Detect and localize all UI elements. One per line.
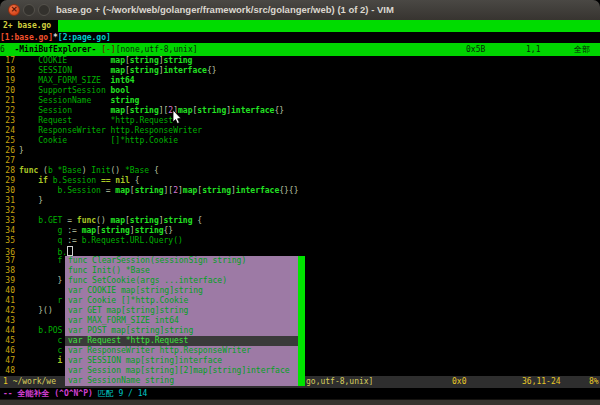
window-maximize-button[interactable] (38, 4, 50, 16)
line-number: 38 (0, 266, 15, 276)
window-close-button[interactable]: ✕ (8, 4, 20, 16)
popup-item[interactable]: var SESSION map[string]interface (65, 356, 298, 366)
line-number: 28 (0, 166, 15, 176)
popup-item[interactable]: func Init() *Base (65, 266, 298, 276)
line-number: 43 (0, 316, 15, 326)
line-number: 26 (0, 146, 15, 156)
mouse-cursor (172, 110, 184, 129)
popup-scrollbar[interactable] (298, 256, 305, 386)
minibuf-title: -MiniBufExplorer- (14, 45, 96, 54)
line-number: 17 (0, 56, 15, 66)
code-line[interactable]: 20 SupportSession bool (0, 86, 600, 96)
code-line[interactable]: 30 b.Session = map[string][2]map[string]… (0, 186, 600, 196)
code-line[interactable]: 22 Session map[string][2]map[string]inte… (0, 106, 600, 116)
window-title: base.go + (~/work/web/golanger/framework… (56, 0, 394, 20)
code-line[interactable]: 17 COOKIE map[string]string (0, 56, 600, 66)
code-line[interactable]: 19 MAX_FORM_SIZE int64 (0, 76, 600, 86)
line-number: 48 (0, 366, 15, 376)
tab-current[interactable]: 2+ base.go (0, 20, 54, 32)
minibuf-fileinfo: [none,utf-8,unix] (116, 45, 198, 54)
window-minimize-button[interactable] (23, 4, 35, 16)
popup-item[interactable]: var Cookie []*http.Cookie (65, 296, 298, 306)
minibuf-hex-value: 0x5B (466, 43, 485, 56)
line-number: 19 (0, 76, 15, 86)
popup-item[interactable]: func ClearSession(sessionSign string) (65, 256, 298, 266)
completion-mode-message: -- 全能补全 (^O^N^P) (3, 389, 93, 398)
popup-item-selected[interactable]: var Request *http.Request (65, 336, 298, 346)
window-border (0, 399, 600, 405)
line-number: 30 (0, 186, 15, 196)
popup-item[interactable]: var Session map[string][2]map[string]int… (65, 366, 298, 376)
code-line[interactable]: 26} (0, 146, 600, 156)
line-number: 24 (0, 126, 15, 136)
code-line[interactable]: 25 Cookie []*http.Cookie (0, 136, 600, 146)
line-number: 27 (0, 156, 15, 166)
code-line[interactable]: 21 SessionName string (0, 96, 600, 106)
line-number: 41 (0, 296, 15, 306)
line-number: 45 (0, 336, 15, 346)
minibufexplorer-buffer-list: [1:base.go]*[2:page.go] (0, 32, 600, 43)
code-line[interactable]: 18 SESSION map[string]interface{} (0, 66, 600, 76)
window-titlebar[interactable]: ✕ base.go + (~/work/web/golanger/framewo… (0, 0, 600, 21)
code-line[interactable]: 24 ResponseWriter http.ResponseWriter (0, 126, 600, 136)
line-number: 40 (0, 286, 15, 296)
popup-item[interactable]: var MAX_FORM_SIZE int64 (65, 316, 298, 326)
minibufexplorer-statusline: 6 -MiniBufExplorer- [-][none,utf-8,unix]… (0, 43, 600, 56)
minibuf-flag: [-] (101, 45, 115, 54)
buffer-tab-base-go[interactable]: [1:base.go] (0, 33, 53, 42)
line-number: 31 (0, 196, 15, 206)
line-number: 25 (0, 136, 15, 146)
status-hex-value: 0x0 (452, 376, 466, 388)
status-cursor-position: 36,11-24 (522, 376, 561, 388)
buffer-tab-page-go[interactable]: [2:page.go] (58, 33, 111, 42)
code-line[interactable]: 28func (b *Base) Init() *Base { (0, 166, 600, 176)
completion-match-count: 匹配 9 / 14 (98, 389, 148, 398)
tabline-fill (58, 20, 600, 32)
line-number: 20 (0, 86, 15, 96)
minibuf-cursor-position: 1,1 (526, 43, 540, 56)
line-number: 32 (0, 206, 15, 216)
code-line[interactable]: 23 Request *http.Request (0, 116, 600, 126)
line-number: 46 (0, 346, 15, 356)
code-line[interactable]: 34 g := map[string]string{} (0, 226, 600, 236)
popup-item[interactable]: var COOKIE map[string]string (65, 286, 298, 296)
line-number: 23 (0, 116, 15, 126)
code-line[interactable]: 29 if b.Session == nil { (0, 176, 600, 186)
command-line: -- 全能补全 (^O^N^P) 匹配 9 / 14 (0, 388, 600, 399)
line-number: 47 (0, 356, 15, 366)
code-line[interactable]: 35 q := b.Request.URL.Query() (0, 236, 600, 246)
code-line[interactable]: 32 (0, 206, 600, 216)
line-number: 29 (0, 176, 15, 186)
popup-item[interactable]: var GET map[string]string (65, 306, 298, 316)
popup-item[interactable]: var ResponseWriter http.ResponseWriter (65, 346, 298, 356)
popup-item[interactable]: var POST map[string]string (65, 326, 298, 336)
line-number: 42 (0, 306, 15, 316)
line-number: 39 (0, 276, 15, 286)
minibuf-scroll-indicator: 全部 (574, 43, 590, 56)
vim-cursor (67, 246, 73, 256)
status-fileinfo: go,utf-8,unix] (306, 376, 373, 388)
line-number: 33 (0, 216, 15, 226)
completion-popup[interactable]: func ClearSession(sessionSign string)fun… (65, 256, 298, 386)
popup-item[interactable]: func SetCookie(args ...interface) (65, 276, 298, 286)
line-number: 21 (0, 96, 15, 106)
status-scroll-indicator: 8% (589, 376, 599, 388)
line-number: 34 (0, 226, 15, 236)
line-number: 37 (0, 256, 15, 266)
vim-window: ✕ base.go + (~/work/web/golanger/framewo… (0, 0, 600, 405)
code-line[interactable]: 31 } (0, 196, 600, 206)
code-line[interactable]: 33 b.GET = func() map[string]string { (0, 216, 600, 226)
vim-tabline: 2+ base.go (0, 20, 600, 32)
status-left: 1 ~/work/we (3, 376, 13, 388)
line-number: 35 (0, 236, 15, 246)
code-line[interactable]: 27 (0, 156, 600, 166)
code-line[interactable]: 36 b. (0, 246, 600, 256)
line-number: 44 (0, 326, 15, 336)
popup-item[interactable]: var SessionName string (65, 376, 298, 386)
line-number: 22 (0, 106, 15, 116)
line-number: 18 (0, 66, 15, 76)
